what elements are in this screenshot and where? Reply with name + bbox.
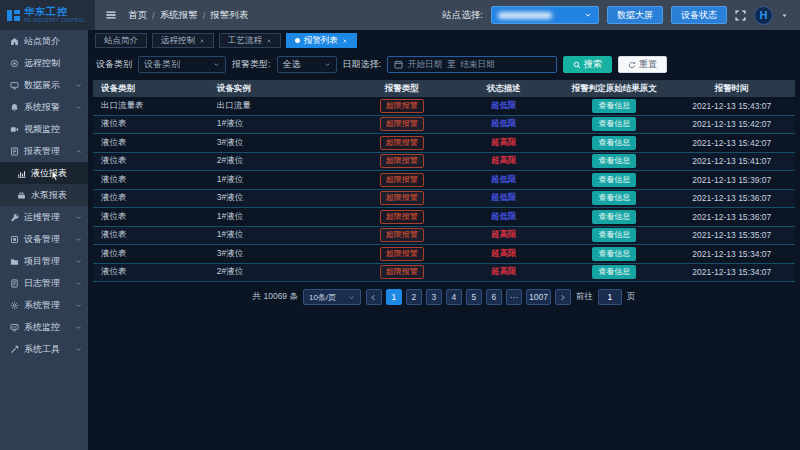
- device-category-select[interactable]: 设备类别: [138, 56, 226, 73]
- view-info-button[interactable]: 查看信息: [592, 247, 636, 261]
- tab-site-intro[interactable]: 站点简介: [95, 33, 147, 48]
- chevron-down-icon: [324, 61, 331, 68]
- pagination: 共 10069 条 10条/页 123456···1007 前往 页: [88, 289, 800, 305]
- chevron-down-icon: [75, 214, 82, 221]
- sidebar-item-project-mgmt[interactable]: 项目管理: [0, 250, 88, 272]
- sidebar-item-data-display[interactable]: 数据展示: [0, 74, 88, 96]
- sidebar-item-site-intro[interactable]: 站点简介: [0, 30, 88, 52]
- goto-page-input[interactable]: [598, 289, 622, 305]
- table-body: 出口流量表出口流量超限报警超低限查看信息2021-12-13 15:43:07液…: [93, 97, 795, 282]
- logo-subtitle: HD INDUSTRY CONTROL: [24, 19, 85, 24]
- table-header-row: 设备类别设备实例报警类型状态描述报警判定原始结果原文报警时间: [93, 80, 795, 97]
- data-screen-button[interactable]: 数据大屏: [607, 6, 663, 24]
- sidebar-item-report-mgmt[interactable]: 报表管理: [0, 140, 88, 162]
- status-text[interactable]: 超高限: [491, 266, 517, 276]
- sidebar-item-remote-control[interactable]: 远程控制: [0, 52, 88, 74]
- caret-down-icon[interactable]: [781, 12, 788, 19]
- avatar[interactable]: H: [754, 6, 773, 25]
- page-button-5[interactable]: 5: [466, 289, 482, 305]
- sidebar-item-pump-report[interactable]: 水泵报表: [0, 184, 88, 206]
- sidebar-item-video-monitor[interactable]: 视频监控: [0, 118, 88, 140]
- alarm-type-badge: 超限报警: [380, 210, 424, 224]
- alarm-type-label: 报警类型:: [232, 58, 271, 71]
- status-text[interactable]: 超低限: [491, 211, 517, 221]
- page-ellipsis[interactable]: ···: [506, 289, 522, 305]
- tab-alarm-list[interactable]: 报警列表: [286, 33, 357, 48]
- breadcrumb-home[interactable]: 首页: [128, 9, 147, 22]
- sidebar-item-label: 系统管理: [24, 299, 70, 312]
- mouse-cursor: [50, 170, 61, 181]
- table-row: 液位表1#液位超限报警超低限查看信息2021-12-13 15:39:07: [93, 171, 795, 190]
- sidebar-item-system-tools[interactable]: 系统工具: [0, 338, 88, 360]
- search-icon: [573, 61, 581, 69]
- page-button-4[interactable]: 4: [446, 289, 462, 305]
- view-info-button[interactable]: 查看信息: [592, 99, 636, 113]
- table-row: 液位表1#液位超限报警超低限查看信息2021-12-13 15:36:07: [93, 208, 795, 227]
- page-button-6[interactable]: 6: [486, 289, 502, 305]
- status-text[interactable]: 超高限: [491, 137, 517, 147]
- view-info-button[interactable]: 查看信息: [592, 265, 636, 279]
- goto-label: 前往: [576, 291, 593, 303]
- next-page-button[interactable]: [555, 289, 571, 305]
- view-info-button[interactable]: 查看信息: [592, 136, 636, 150]
- view-info-button[interactable]: 查看信息: [592, 210, 636, 224]
- collapse-menu-icon[interactable]: [105, 9, 117, 21]
- device-category-label: 设备类别: [96, 58, 132, 71]
- site-select-dropdown[interactable]: [491, 6, 599, 24]
- view-info-button[interactable]: 查看信息: [592, 117, 636, 131]
- sidebar-item-system-mgmt[interactable]: 系统管理: [0, 294, 88, 316]
- status-text[interactable]: 超高限: [491, 155, 517, 165]
- remote-icon: [10, 59, 19, 68]
- tab-label: 工艺流程: [228, 35, 262, 47]
- display-icon: [10, 81, 19, 90]
- page-buttons: 123456···1007: [366, 289, 571, 305]
- page-button-1007[interactable]: 1007: [526, 289, 551, 305]
- sidebar-item-device-mgmt[interactable]: 设备管理: [0, 228, 88, 250]
- report-icon: [10, 147, 19, 156]
- status-text[interactable]: 超高限: [491, 229, 517, 239]
- chevron-down-icon: [75, 346, 82, 353]
- cell-alarm-time: 2021-12-13 15:36:07: [669, 193, 795, 203]
- status-text[interactable]: 超低限: [491, 174, 517, 184]
- sidebar-item-level-report[interactable]: 液位报表: [0, 162, 88, 184]
- prev-page-button[interactable]: [366, 289, 382, 305]
- sidebar-item-label: 站点简介: [24, 35, 82, 48]
- sidebar-item-system-monitor[interactable]: 系统监控: [0, 316, 88, 338]
- table-row: 液位表3#液位超限报警超低限查看信息2021-12-13 15:36:07: [93, 190, 795, 209]
- reset-button[interactable]: 重置: [618, 56, 667, 73]
- view-info-button[interactable]: 查看信息: [592, 191, 636, 205]
- sidebar-item-ops-mgmt[interactable]: 运维管理: [0, 206, 88, 228]
- page-size-select[interactable]: 10条/页: [303, 289, 361, 305]
- fullscreen-icon[interactable]: [735, 10, 746, 21]
- breadcrumb-separator: /: [152, 10, 155, 21]
- search-button[interactable]: 搜索: [563, 56, 612, 73]
- sidebar-submenu: 液位报表水泵报表: [0, 162, 88, 206]
- device-status-button[interactable]: 设备状态: [671, 6, 727, 24]
- cell-device-instance: 2#液位: [209, 155, 356, 167]
- page-button-2[interactable]: 2: [406, 289, 422, 305]
- breadcrumb-system-alarm[interactable]: 系统报警: [160, 9, 198, 22]
- cell-device-category: 液位表: [93, 192, 209, 204]
- tab-process-flow[interactable]: 工艺流程: [219, 33, 281, 48]
- alarm-type-badge: 超限报警: [380, 228, 424, 242]
- page-button-1[interactable]: 1: [386, 289, 402, 305]
- status-text[interactable]: 超低限: [491, 192, 517, 202]
- view-info-button[interactable]: 查看信息: [592, 154, 636, 168]
- tab-label: 站点简介: [104, 35, 138, 47]
- status-text[interactable]: 超低限: [491, 100, 517, 110]
- chevron-down-icon: [75, 82, 82, 89]
- sidebar-item-system-alarm[interactable]: 系统报警: [0, 96, 88, 118]
- date-range-input[interactable]: 开始日期 至 结束日期: [387, 56, 557, 73]
- breadcrumb-alarm-list[interactable]: 报警列表: [210, 9, 248, 22]
- status-text[interactable]: 超低限: [491, 118, 517, 128]
- sidebar-item-log-mgmt[interactable]: 日志管理: [0, 272, 88, 294]
- view-info-button[interactable]: 查看信息: [592, 173, 636, 187]
- view-info-button[interactable]: 查看信息: [592, 228, 636, 242]
- tab-remote-control[interactable]: 远程控制: [152, 33, 214, 48]
- cell-device-category: 出口流量表: [93, 100, 209, 112]
- status-text[interactable]: 超高限: [491, 248, 517, 258]
- sidebar-item-label: 水泵报表: [31, 189, 82, 202]
- alarm-type-select[interactable]: 全选: [277, 56, 337, 73]
- page-button-3[interactable]: 3: [426, 289, 442, 305]
- folder-icon: [10, 257, 19, 266]
